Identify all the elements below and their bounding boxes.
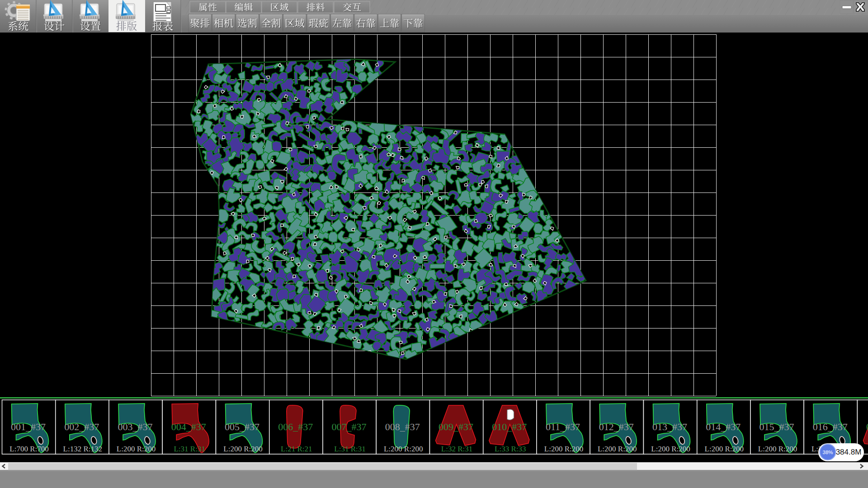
svg-text:017_#37: 017_#37 [866, 421, 868, 432]
svg-text:384.8M: 384.8M [836, 448, 862, 456]
svg-text:L:21 R:21: L:21 R:21 [281, 445, 312, 453]
svg-text:L:200 R:200: L:200 R:200 [598, 445, 637, 453]
svg-text:L:200 R:200: L:200 R:200 [544, 445, 583, 453]
svg-text:014_#37: 014_#37 [706, 421, 741, 432]
svg-text:015_#37: 015_#37 [760, 421, 794, 432]
svg-text:011_#37: 011_#37 [546, 421, 580, 432]
svg-text:L:33 R:33: L:33 R:33 [495, 445, 526, 453]
svg-text:008_#37: 008_#37 [385, 421, 420, 432]
svg-text:L:31 R:31: L:31 R:31 [334, 445, 365, 453]
svg-text:L:200 R:200: L:200 R:200 [705, 445, 744, 453]
svg-text:L:31 R:31: L:31 R:31 [174, 445, 205, 453]
svg-text:012_#37: 012_#37 [599, 421, 634, 432]
svg-text:005_#37: 005_#37 [225, 421, 259, 432]
svg-text:003_#37: 003_#37 [118, 421, 153, 432]
svg-text:L:132 R:132: L:132 R:132 [63, 445, 102, 453]
svg-text:001_#37: 001_#37 [11, 421, 46, 432]
svg-text:L:200 R:200: L:200 R:200 [223, 445, 262, 453]
svg-text:L:700 R:700: L:700 R:700 [9, 445, 48, 453]
svg-text:013_#37: 013_#37 [652, 421, 687, 432]
svg-text:L:200 R:200: L:200 R:200 [651, 445, 690, 453]
svg-text:010_#37: 010_#37 [492, 421, 527, 432]
svg-text:007_#37: 007_#37 [332, 421, 367, 432]
svg-text:L:200 R:200: L:200 R:200 [758, 445, 797, 453]
svg-text:016_#37: 016_#37 [813, 421, 848, 432]
svg-text:L:200 R:200: L:200 R:200 [117, 445, 156, 453]
svg-text:L:200 R:200: L:200 R:200 [384, 445, 423, 453]
svg-text:006_#37: 006_#37 [278, 421, 313, 432]
svg-text:L:32 R:31: L:32 R:31 [441, 445, 472, 453]
svg-text:38%: 38% [822, 450, 833, 455]
svg-text:004_#37: 004_#37 [171, 421, 206, 432]
svg-text:002_#37: 002_#37 [64, 421, 99, 432]
svg-text:009_#37: 009_#37 [439, 421, 473, 432]
